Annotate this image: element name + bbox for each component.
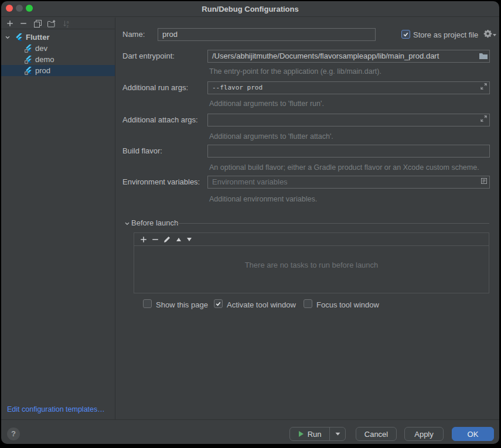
remove-configuration-icon[interactable] — [19, 19, 28, 28]
before-launch-title[interactable]: Before launch — [131, 218, 178, 227]
dialog-title: Run/Debug Configurations — [1, 1, 499, 17]
folder-browse-icon[interactable] — [479, 53, 488, 59]
tree-item-label: demo — [35, 55, 54, 64]
environment-variables-input[interactable]: Environment variables — [207, 176, 490, 189]
configuration-tree: Flutter dev demo — [1, 32, 115, 76]
focus-tool-window-label: Focus tool window — [316, 300, 379, 309]
store-as-project-file-checkbox[interactable] — [401, 30, 410, 39]
name-label: Name: — [122, 28, 145, 41]
copy-configuration-icon[interactable] — [33, 19, 42, 28]
dart-entrypoint-label: Dart entrypoint: — [122, 50, 175, 63]
expand-field-icon[interactable] — [480, 83, 487, 90]
build-flavor-input[interactable] — [207, 145, 490, 158]
svg-text:a: a — [66, 20, 69, 24]
new-folder-icon[interactable] — [47, 19, 56, 28]
edit-task-icon[interactable] — [163, 235, 171, 244]
edit-configuration-templates-link[interactable]: Edit configuration templates… — [7, 405, 105, 413]
additional-attach-args-label: Additional attach args: — [122, 114, 198, 126]
run-config-badge — [25, 49, 28, 53]
name-input[interactable]: prod — [158, 28, 376, 41]
show-this-page-label: Show this page — [156, 300, 208, 309]
run-button[interactable]: Run — [289, 427, 346, 441]
additional-run-args-help: Additional arguments to 'flutter run'. — [209, 100, 324, 108]
additional-attach-args-input[interactable] — [207, 114, 490, 126]
additional-attach-args-help: Additional arguments to 'flutter attach'… — [209, 132, 333, 141]
run-button-main[interactable]: Run — [290, 430, 329, 439]
tree-item-dev[interactable]: dev — [1, 43, 115, 54]
add-configuration-icon[interactable] — [6, 19, 14, 28]
additional-run-args-input[interactable]: --flavor prod — [207, 81, 490, 94]
ok-button[interactable]: OK — [452, 427, 494, 441]
move-task-up-icon[interactable] — [175, 235, 183, 244]
run-dropdown-button[interactable] — [329, 428, 345, 440]
environment-variables-label: Environment variables: — [122, 176, 200, 189]
add-task-icon[interactable] — [139, 235, 148, 244]
dart-entrypoint-help: The entry-point for the application (e.g… — [209, 67, 381, 76]
tree-item-demo[interactable]: demo — [1, 54, 115, 65]
before-launch-toolbar — [134, 233, 489, 246]
before-launch-panel: There are no tasks to run before launch — [134, 232, 489, 293]
cancel-button[interactable]: Cancel — [356, 427, 397, 441]
flutter-run-config-icon — [25, 45, 33, 52]
environment-variables-editor-icon[interactable] — [480, 177, 488, 184]
configurations-sidebar: az Flutter dev — [1, 18, 115, 419]
sidebar-toolbar: az — [1, 18, 115, 29]
tree-item-label: Flutter — [26, 33, 49, 42]
tree-item-prod[interactable]: prod — [1, 65, 115, 76]
run-debug-configurations-dialog: Run/Debug Configurations az — [1, 1, 499, 444]
before-launch-divider — [173, 223, 489, 224]
move-task-down-icon[interactable] — [185, 235, 193, 244]
gear-dropdown-icon — [493, 34, 496, 36]
build-flavor-help: An optional build flavor; either a Gradl… — [209, 163, 479, 172]
dart-entrypoint-input[interactable]: /Users/abhijitmuthe/Documents/flavorsamp… — [207, 50, 490, 63]
expand-field-icon[interactable] — [480, 115, 487, 122]
flutter-run-config-icon — [25, 56, 33, 63]
flutter-icon — [15, 33, 23, 41]
show-this-page-checkbox[interactable] — [143, 299, 152, 308]
additional-run-args-label: Additional run args: — [122, 81, 188, 94]
flutter-run-config-icon — [25, 67, 33, 74]
help-button[interactable]: ? — [7, 428, 20, 440]
store-as-project-file-label: Store as project file — [413, 30, 478, 39]
environment-variables-help: Additional environment variables. — [209, 195, 317, 203]
tree-item-flutter[interactable]: Flutter — [1, 32, 115, 43]
chevron-down-icon[interactable] — [5, 35, 11, 40]
apply-button[interactable]: Apply — [404, 427, 444, 441]
play-icon — [298, 430, 304, 437]
tree-item-label: prod — [35, 66, 50, 75]
svg-text:z: z — [66, 24, 69, 28]
sort-configurations-icon[interactable]: az — [62, 19, 70, 28]
run-config-badge — [25, 60, 28, 64]
build-flavor-label: Build flavor: — [122, 145, 162, 158]
focus-tool-window-checkbox[interactable] — [304, 299, 312, 308]
remove-task-icon[interactable] — [151, 235, 159, 244]
configuration-form: Name: prod Store as project file Dart en… — [116, 18, 499, 419]
activate-tool-window-label: Activate tool window — [227, 300, 296, 309]
tree-item-label: dev — [35, 44, 47, 53]
titlebar: Run/Debug Configurations — [1, 1, 499, 17]
before-launch-collapse-icon[interactable] — [124, 221, 130, 227]
gear-icon[interactable] — [483, 29, 492, 38]
activate-tool-window-checkbox[interactable] — [214, 299, 223, 308]
before-launch-empty-text: There are no tasks to run before launch — [134, 261, 489, 269]
dialog-footer: ? Run Cancel Apply OK — [1, 419, 499, 444]
run-config-badge — [25, 71, 28, 75]
